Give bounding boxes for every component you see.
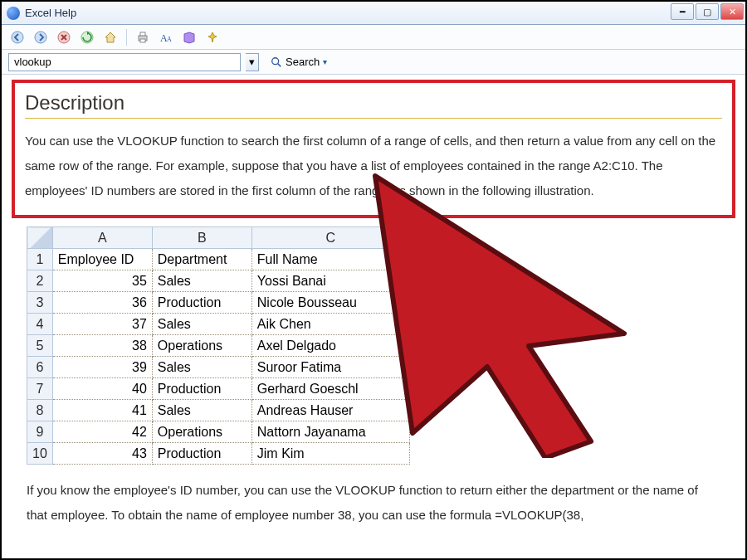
table-row: 740ProductionGerhard Goeschl (27, 378, 410, 400)
cell[interactable]: Nattorn Jayanama (251, 421, 409, 443)
col-header-a[interactable]: A (52, 227, 152, 249)
description-heading: Description (25, 91, 722, 114)
table-row: 336ProductionNicole Bousseau (27, 292, 410, 314)
chevron-down-icon: ▾ (249, 56, 255, 68)
col-header-b[interactable]: B (152, 227, 251, 249)
table-row: 639SalesSuroor Fatima (27, 357, 410, 378)
titlebar: Excel Help (2, 2, 745, 25)
cell[interactable]: Aik Chen (251, 314, 409, 335)
cell[interactable]: Sales (152, 357, 251, 378)
example-table: A B C 1Employee IDDepartmentFull Name235… (27, 226, 410, 465)
search-row: ▾ Search ▾ (2, 50, 745, 75)
cell[interactable]: Yossi Banai (251, 270, 409, 292)
row-header[interactable]: 5 (27, 335, 53, 357)
col-header-c[interactable]: C (251, 227, 409, 249)
table-row: 942OperationsNattorn Jayanama (27, 421, 410, 443)
table-row: 437SalesAik Chen (27, 314, 410, 335)
cell[interactable]: Sales (152, 270, 251, 292)
home-button[interactable] (101, 28, 120, 46)
pin-button[interactable] (203, 28, 222, 46)
table-corner[interactable] (27, 227, 53, 249)
row-header[interactable]: 9 (27, 421, 53, 443)
heading-rule (25, 118, 722, 119)
row-header[interactable]: 10 (27, 443, 53, 465)
search-button-label: Search (286, 56, 320, 68)
toolbar-separator (126, 29, 127, 46)
cell[interactable]: Axel Delgado (251, 335, 409, 357)
table-row: 1043ProductionJim Kim (27, 443, 410, 465)
chevron-down-icon: ▾ (323, 57, 327, 66)
print-button[interactable] (134, 28, 152, 46)
cell[interactable]: 39 (52, 357, 152, 378)
svg-point-0 (12, 32, 23, 43)
cell[interactable]: 35 (52, 270, 152, 292)
toolbar: AA (2, 25, 745, 50)
help-app-icon (7, 7, 20, 20)
table-row: 538OperationsAxel Delgado (27, 335, 410, 357)
cell[interactable]: 40 (52, 378, 152, 400)
cell[interactable]: Production (152, 443, 251, 465)
cell[interactable]: Full Name (251, 249, 409, 270)
row-header[interactable]: 7 (27, 378, 53, 400)
maximize-button[interactable]: ▢ (696, 3, 719, 20)
row-header[interactable]: 2 (27, 270, 53, 292)
cell[interactable]: Sales (152, 314, 251, 335)
row-header[interactable]: 1 (27, 249, 53, 270)
svg-rect-5 (140, 32, 145, 36)
cell[interactable]: Operations (152, 335, 251, 357)
toc-button[interactable] (180, 28, 198, 46)
cell[interactable]: Andreas Hauser (251, 400, 409, 421)
cell[interactable]: 38 (52, 335, 152, 357)
cell[interactable]: 36 (52, 292, 152, 314)
search-dropdown-button[interactable]: ▾ (246, 53, 259, 71)
cell[interactable]: 41 (52, 400, 152, 421)
minimize-button[interactable]: ━ (671, 3, 694, 20)
window-title: Excel Help (25, 7, 76, 19)
table-row: 841SalesAndreas Hauser (27, 400, 410, 421)
cell[interactable]: Sales (152, 400, 251, 421)
cell[interactable]: 43 (52, 443, 152, 465)
row-header[interactable]: 6 (27, 357, 53, 378)
cell[interactable]: Jim Kim (251, 443, 409, 465)
svg-rect-6 (140, 39, 145, 42)
table-row: 1Employee IDDepartmentFull Name (27, 249, 410, 270)
svg-point-9 (272, 57, 279, 64)
font-size-button[interactable]: AA (157, 28, 175, 46)
search-button[interactable]: Search ▾ (264, 53, 334, 71)
row-header[interactable]: 8 (27, 400, 53, 421)
cell[interactable]: Operations (152, 421, 251, 443)
help-content: Description You can use the VLOOKUP func… (2, 75, 745, 538)
description-section-highlight: Description You can use the VLOOKUP func… (12, 80, 735, 218)
cell[interactable]: Production (152, 292, 251, 314)
forward-button[interactable] (32, 28, 50, 46)
table-row: 235SalesYossi Banai (27, 270, 410, 292)
row-header[interactable]: 3 (27, 292, 53, 314)
row-header[interactable]: 4 (27, 314, 53, 335)
cell[interactable]: Production (152, 378, 251, 400)
svg-point-1 (35, 32, 46, 43)
svg-line-10 (278, 63, 281, 66)
after-text: If you know the employee's ID number, yo… (27, 478, 720, 528)
window-controls: ━ ▢ ✕ (671, 3, 744, 20)
cell[interactable]: Gerhard Goeschl (251, 378, 409, 400)
search-icon (271, 56, 282, 68)
cell[interactable]: 37 (52, 314, 152, 335)
cell[interactable]: Nicole Bousseau (251, 292, 409, 314)
svg-text:A: A (167, 36, 172, 43)
cell[interactable]: Suroor Fatima (251, 357, 409, 378)
close-button[interactable]: ✕ (720, 3, 744, 20)
cell[interactable]: 42 (52, 421, 152, 443)
search-input[interactable] (8, 53, 241, 71)
stop-button[interactable] (55, 28, 73, 46)
description-body: You can use the VLOOKUP function to sear… (25, 129, 722, 203)
cell[interactable]: Department (152, 249, 251, 270)
cell[interactable]: Employee ID (52, 249, 152, 270)
back-button[interactable] (8, 28, 27, 46)
refresh-button[interactable] (78, 28, 96, 46)
